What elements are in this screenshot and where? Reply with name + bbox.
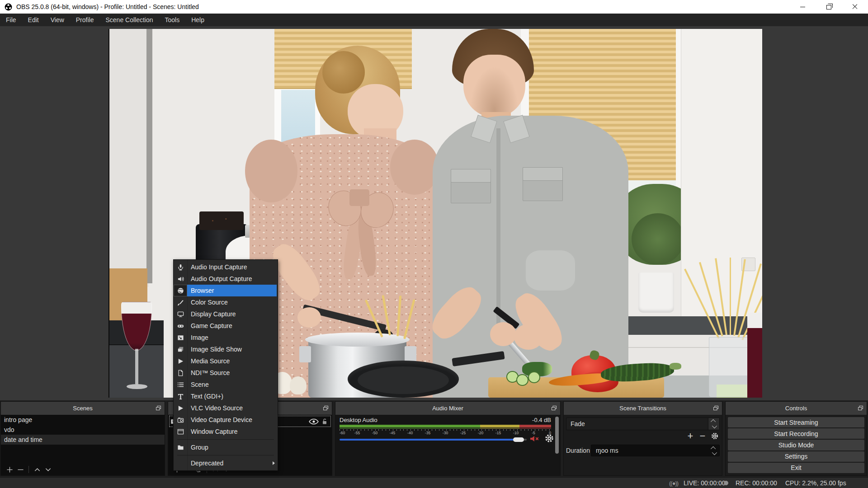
- volume-slider[interactable]: [340, 436, 527, 443]
- control-button[interactable]: Settings: [728, 451, 864, 462]
- transition-select[interactable]: Fade: [566, 418, 720, 430]
- context-menu-item[interactable]: Text (GDI+): [174, 390, 278, 402]
- gear-icon[interactable]: [544, 433, 554, 443]
- mixer-channel-name: Desktop Audio: [340, 417, 377, 423]
- remove-transition-button[interactable]: −: [698, 431, 707, 441]
- context-menu-item[interactable]: Display Capture: [174, 308, 278, 320]
- context-menu-item[interactable]: Media Source: [174, 355, 278, 367]
- video-art-plant-pot: [638, 272, 674, 313]
- control-button[interactable]: Start Recording: [728, 428, 864, 439]
- minus-icon[interactable]: [15, 465, 26, 474]
- window-title: OBS 25.0.8 (64-bit, windows) - Profile: …: [16, 3, 199, 10]
- menubar-item[interactable]: Profile: [70, 14, 100, 26]
- menubar-item[interactable]: Tools: [159, 14, 186, 26]
- duration-spinner[interactable]: [709, 446, 719, 455]
- rec-dot-icon: [724, 478, 728, 488]
- context-menu-item-label: Color Source: [187, 296, 278, 308]
- menubar-item[interactable]: Scene Collection: [99, 14, 159, 26]
- context-menu-item-label: Image: [187, 332, 278, 343]
- chevron-down-icon[interactable]: [42, 465, 53, 474]
- gear-icon[interactable]: [710, 431, 719, 441]
- obs-logo-icon: [5, 3, 12, 11]
- context-menu-item-label: Display Capture: [187, 308, 278, 320]
- context-menu-item[interactable]: Video Capture Device: [174, 414, 278, 426]
- video-art-plant: [632, 213, 684, 265]
- video-art-man: [526, 250, 575, 291]
- scale-tick-label: -40: [407, 431, 413, 435]
- menubar-item[interactable]: Edit: [22, 14, 45, 26]
- menubar-item[interactable]: File: [0, 14, 22, 26]
- unlock-icon[interactable]: [321, 418, 328, 425]
- context-menu-item[interactable]: Scene: [174, 379, 278, 390]
- eye-icon[interactable]: [309, 418, 319, 425]
- volume-slider-handle[interactable]: [513, 437, 524, 442]
- audio-mixer-header[interactable]: Audio Mixer: [335, 402, 560, 415]
- monitor-icon: [174, 308, 187, 320]
- context-menu-item[interactable]: Deprecated: [174, 457, 278, 469]
- scene-transitions-header[interactable]: Scene Transitions: [564, 402, 722, 415]
- context-menu-item[interactable]: VLC Video Source: [174, 402, 278, 414]
- context-menu-item[interactable]: Group: [174, 441, 278, 453]
- context-menu-item[interactable]: Image Slide Show: [174, 343, 278, 355]
- context-menu-item[interactable]: [174, 437, 278, 441]
- context-menu-item[interactable]: [174, 453, 278, 457]
- popout-icon[interactable]: [858, 405, 863, 411]
- context-menu-item[interactable]: NDI™ Source: [174, 367, 278, 379]
- context-menu-item-label: Game Capture: [187, 320, 278, 332]
- paintbrush-icon: [174, 296, 187, 308]
- close-icon: [852, 4, 858, 9]
- control-button[interactable]: Exit: [728, 463, 864, 473]
- audio-mixer-title: Audio Mixer: [432, 405, 463, 412]
- scene-list-item[interactable]: vdo: [1, 425, 165, 435]
- blank-icon: [174, 457, 187, 469]
- video-art-woman: [297, 307, 321, 328]
- controls-header[interactable]: Controls: [726, 402, 867, 415]
- add-transition-button[interactable]: +: [686, 431, 695, 441]
- popout-icon[interactable]: [156, 405, 161, 411]
- context-menu-item[interactable]: Browser: [174, 285, 278, 296]
- scene-list-item[interactable]: date and time: [1, 435, 165, 445]
- menu-bar: FileEditViewProfileScene CollectionTools…: [0, 14, 868, 26]
- control-button[interactable]: Studio Mode: [728, 440, 864, 450]
- menubar-item[interactable]: Help: [185, 14, 210, 26]
- image-icon: [174, 332, 187, 343]
- mixer-scrollbar[interactable]: [555, 417, 559, 454]
- mixer-scale: -60-55-50-45-40-35-30-25-20-15-10-50: [340, 431, 551, 435]
- transition-selected-value: Fade: [566, 420, 708, 427]
- context-menu-item[interactable]: Color Source: [174, 296, 278, 308]
- popout-icon[interactable]: [551, 405, 557, 411]
- cpu-fps-stats: CPU: 2.2%, 25.00 fps: [785, 478, 846, 488]
- title-bar[interactable]: OBS 25.0.8 (64-bit, windows) - Profile: …: [0, 0, 868, 14]
- context-menu-item-label: Image Slide Show: [187, 343, 278, 355]
- add-source-context-menu: Audio Input Capture Audio Output Capture…: [173, 259, 278, 471]
- context-menu-item[interactable]: Image: [174, 332, 278, 343]
- chevron-up-icon[interactable]: [32, 465, 42, 474]
- context-menu-item[interactable]: Audio Output Capture: [174, 273, 278, 285]
- combo-spinner[interactable]: [708, 418, 719, 430]
- close-button[interactable]: [842, 0, 868, 14]
- context-menu-item[interactable]: Window Capture: [174, 426, 278, 437]
- duration-field[interactable]: ɱoo ms: [591, 445, 720, 456]
- play-icon: [174, 402, 187, 414]
- control-button[interactable]: Start Streaming: [728, 417, 864, 427]
- menubar-item[interactable]: View: [45, 14, 70, 26]
- minimize-icon: [800, 7, 805, 7]
- popout-icon[interactable]: [323, 405, 329, 411]
- muted-speaker-icon[interactable]: [530, 435, 540, 443]
- duration-label: Duration: [566, 447, 591, 454]
- restore-button[interactable]: [816, 0, 842, 14]
- context-menu-item-label: Scene: [187, 379, 278, 390]
- context-menu-item[interactable]: Audio Input Capture: [174, 261, 278, 273]
- main-area: [0, 26, 868, 400]
- minimize-button[interactable]: [789, 0, 816, 14]
- scale-tick-label: -55: [354, 431, 360, 435]
- popout-icon[interactable]: [713, 405, 719, 411]
- gamepad-icon: [174, 320, 187, 332]
- separator[interactable]: [28, 466, 29, 473]
- context-menu-item[interactable]: Game Capture: [174, 320, 278, 332]
- scenes-panel-header[interactable]: Scenes: [1, 402, 165, 415]
- bottom-dock: Scenes intro pagevdodate and time: [0, 400, 868, 477]
- scene-list-item[interactable]: intro page: [1, 415, 165, 425]
- plus-icon[interactable]: [4, 465, 15, 474]
- slideshow-icon: [174, 343, 187, 355]
